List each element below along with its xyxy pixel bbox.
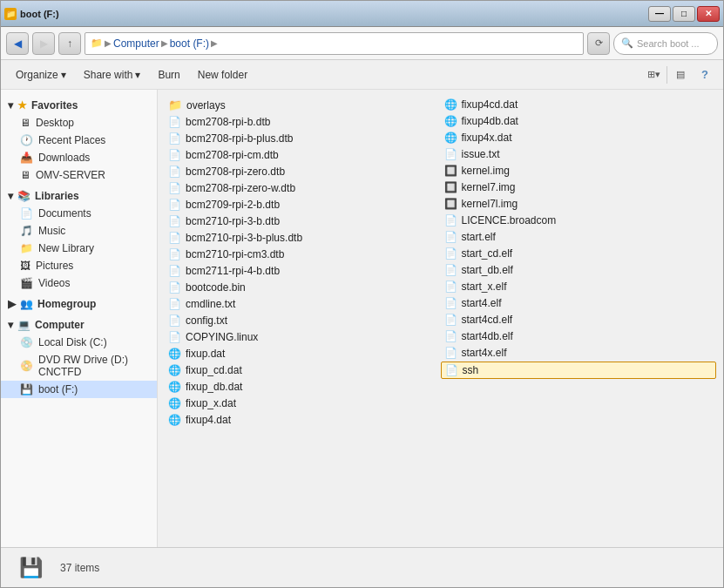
computer-label: Computer (35, 319, 85, 331)
address-path[interactable]: 📁 ▶ Computer ▶ boot (F:) ▶ (85, 32, 584, 55)
toolbar: Organize ▾ Share with ▾ Burn New folder … (1, 60, 723, 90)
sidebar-item-documents[interactable]: 📄 Documents (1, 205, 157, 222)
sidebar-item-videos[interactable]: 🎬 Videos (1, 274, 157, 292)
file-icon: 📄 (168, 132, 181, 145)
list-item[interactable]: 📄start4x.elf (441, 345, 717, 361)
computer-section: ▾ 💻 Computer 💿 Local Disk (C:) 📀 DVD RW … (1, 316, 157, 398)
list-item[interactable]: 📄start_x.elf (441, 279, 717, 294)
boot-icon: 💾 (20, 383, 33, 395)
maximize-button[interactable]: □ (673, 6, 695, 22)
back-button[interactable]: ◀ (6, 32, 29, 55)
list-item[interactable]: 📄start4.elf (441, 295, 717, 311)
sidebar-item-localdisk[interactable]: 💿 Local Disk (C:) (1, 334, 157, 351)
path-computer[interactable]: Computer (113, 37, 159, 50)
file-name: COPYING.linux (186, 331, 258, 343)
list-item[interactable]: 📁overlays (165, 97, 441, 113)
sidebar-item-downloads[interactable]: 📥 Downloads (1, 149, 157, 166)
sidebar-item-boot[interactable]: 💾 boot (F:) (1, 381, 157, 398)
computer-header[interactable]: ▾ 💻 Computer (1, 316, 157, 334)
homegroup-label: Homegroup (37, 298, 96, 310)
list-item[interactable]: 📄bcm2708-rpi-b-plus.dtb (165, 131, 441, 146)
search-icon: 🔍 (621, 37, 633, 49)
list-item[interactable]: 📄bcm2708-rpi-cm.dtb (165, 147, 441, 163)
share-button[interactable]: Share with ▾ (76, 64, 149, 86)
list-item[interactable]: 📄bcm2710-rpi-3-b.dtb (165, 213, 441, 229)
music-icon: 🎵 (20, 225, 33, 237)
file-icon: 📄 (168, 199, 181, 211)
sidebar-item-pictures[interactable]: 🖼 Pictures (1, 257, 157, 274)
list-item[interactable]: 📄bcm2708-rpi-zero.dtb (165, 164, 441, 179)
list-item[interactable]: 🔲kernel7.img (441, 179, 717, 195)
list-item[interactable]: 📄bootcode.bin (165, 280, 441, 295)
file-icon: 📄 (444, 314, 457, 326)
forward-button[interactable]: ▶ (32, 32, 55, 55)
list-item[interactable]: 🔲kernel.img (441, 163, 717, 179)
list-item[interactable]: 📄COPYING.linux (165, 329, 441, 345)
list-item[interactable]: 🌐fixup4db.dat (441, 113, 717, 129)
list-item[interactable]: 📄start_cd.elf (441, 246, 717, 261)
file-name: bcm2708-rpi-b.dtb (186, 116, 270, 128)
file-name: start_x.elf (462, 280, 507, 293)
view-toggle-button[interactable]: ⊞▾ (642, 64, 665, 86)
new-folder-button[interactable]: New folder (190, 64, 255, 86)
ssh-icon: 📄 (445, 364, 458, 376)
list-item[interactable]: 🌐fixup.dat (165, 346, 441, 362)
help-button[interactable]: ? (694, 64, 716, 86)
globe-icon: 🌐 (444, 98, 457, 111)
file-icon: 📄 (168, 166, 181, 178)
file-name: cmdline.txt (186, 298, 235, 310)
search-box[interactable]: 🔍 Search boot ... (613, 32, 718, 55)
list-item[interactable]: 📄bcm2711-rpi-4-b.dtb (165, 263, 441, 279)
share-arrow: ▾ (135, 69, 140, 81)
file-icon: 📄 (444, 247, 457, 260)
list-item[interactable]: 📄start.elf (441, 229, 717, 245)
list-item[interactable]: 🌐fixup4x.dat (441, 130, 717, 145)
close-button[interactable]: ✕ (697, 6, 720, 22)
favorites-label: Favorites (31, 99, 78, 112)
up-button[interactable]: ↑ (58, 32, 81, 55)
sidebar-item-desktop[interactable]: 🖥 Desktop (1, 114, 157, 132)
list-item[interactable]: 📄bcm2708-rpi-b.dtb (165, 114, 441, 130)
list-item[interactable]: 📄start4db.elf (441, 328, 717, 344)
list-item[interactable]: 🌐fixup4cd.dat (441, 97, 717, 112)
window-controls: — □ ✕ (648, 6, 720, 22)
list-item[interactable]: 📄LICENCE.broadcom (441, 213, 717, 228)
sidebar-item-omv[interactable]: 🖥 OMV-SERVER (1, 166, 157, 184)
list-item[interactable]: 📄start_db.elf (441, 262, 717, 278)
preview-pane-button[interactable]: ▤ (669, 64, 692, 86)
list-item[interactable]: 🌐fixup_db.dat (165, 379, 441, 395)
list-item[interactable]: 📄bcm2710-rpi-3-b-plus.dtb (165, 230, 441, 246)
favorites-header[interactable]: ▾ ★ Favorites (1, 97, 157, 114)
documents-icon: 📄 (20, 207, 33, 220)
list-item[interactable]: 📄ssh (441, 362, 717, 379)
file-name: fixup4.dat (186, 414, 231, 426)
list-item[interactable]: 🌐fixup_x.dat (165, 395, 441, 411)
file-name: config.txt (186, 314, 227, 327)
list-item[interactable]: 🌐fixup_cd.dat (165, 362, 441, 378)
refresh-button[interactable]: ⟳ (587, 32, 610, 55)
list-item[interactable]: 📄bcm2710-rpi-cm3.dtb (165, 247, 441, 262)
file-icon: 📄 (168, 314, 181, 327)
homegroup-header[interactable]: ▶ 👥 Homegroup (1, 295, 157, 313)
list-item[interactable]: 🔲kernel7l.img (441, 196, 717, 212)
sidebar-item-music[interactable]: 🎵 Music (1, 222, 157, 240)
libraries-header[interactable]: ▾ 📚 Libraries (1, 187, 157, 205)
path-boot[interactable]: boot (F:) (170, 37, 209, 50)
list-item[interactable]: 📄issue.txt (441, 146, 717, 162)
sidebar-item-recent[interactable]: 🕐 Recent Places (1, 132, 157, 149)
list-item[interactable]: 📄config.txt (165, 313, 441, 328)
title-bar: 📁 boot (F:) — □ ✕ (1, 1, 723, 27)
list-item[interactable]: 📄start4cd.elf (441, 312, 717, 328)
organize-button[interactable]: Organize ▾ (8, 64, 74, 86)
documents-label: Documents (38, 207, 91, 220)
sidebar-item-newlib[interactable]: 📁 New Library (1, 240, 157, 257)
list-item[interactable]: 🌐fixup4.dat (165, 412, 441, 428)
omv-icon: 🖥 (20, 169, 30, 181)
list-item[interactable]: 📄bcm2709-rpi-2-b.dtb (165, 197, 441, 213)
burn-button[interactable]: Burn (150, 64, 187, 86)
list-item[interactable]: 📄cmdline.txt (165, 296, 441, 312)
sidebar-item-dvd[interactable]: 📀 DVD RW Drive (D:) CNCTFD (1, 351, 157, 381)
list-item[interactable]: 📄bcm2708-rpi-zero-w.dtb (165, 180, 441, 196)
file-icon: 📄 (168, 149, 181, 161)
minimize-button[interactable]: — (648, 6, 671, 22)
